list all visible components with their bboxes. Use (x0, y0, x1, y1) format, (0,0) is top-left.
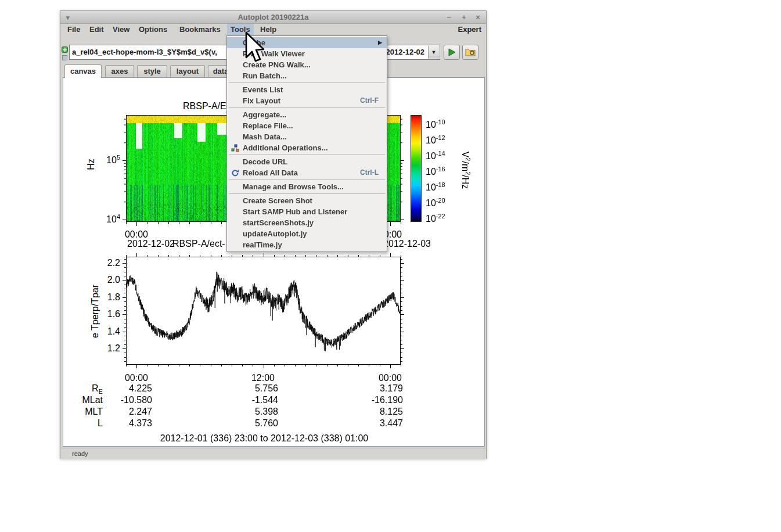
reload-icon (231, 169, 239, 177)
mouse-cursor (244, 32, 270, 62)
plot2-ytick: 1.6 (96, 309, 120, 319)
inspect-uri-button[interactable] (462, 45, 478, 60)
context-value: -10.580 (94, 395, 152, 405)
context-value: 3.447 (345, 418, 403, 429)
menu-file[interactable]: File (64, 24, 84, 35)
plot2-ytick: 2.0 (96, 275, 120, 285)
context-value: 5.760 (220, 418, 278, 429)
colorbar-tick: 10-18 (426, 182, 445, 193)
submenu-arrow-icon: ▶ (378, 37, 382, 48)
colorbar-tick: 10-10 (426, 120, 445, 130)
menu-bookmarks[interactable]: Bookmarks (176, 24, 224, 35)
context-value: 4.225 (94, 383, 152, 394)
colorbar-tick: 10-16 (426, 167, 445, 177)
menu-item-decode-url[interactable]: Decode URL (227, 156, 387, 167)
time-range-footer: 2012-12-01 (336) 23:00 to 2012-12-03 (33… (124, 433, 405, 444)
context-value: 4.373 (94, 418, 152, 429)
menu-item-fix-layout[interactable]: Fix LayoutCtrl-F (227, 95, 387, 106)
menu-item-replace-file[interactable]: Replace File... (227, 120, 387, 131)
menu-options[interactable]: Options (135, 24, 171, 35)
colorbar (411, 115, 422, 222)
menu-item-additional-operations[interactable]: Additional Operations... (227, 142, 387, 153)
shortcut-label: Ctrl-F (360, 95, 379, 106)
context-value: 2.247 (94, 407, 152, 417)
tab-layout[interactable]: layout (170, 65, 205, 77)
menu-item-startscreenshots-script[interactable]: startScreenShots.jy (227, 217, 387, 228)
menu-item-mash-data[interactable]: Mash Data... (227, 131, 387, 142)
plot2-ytick: 1.8 (96, 292, 120, 303)
plot2-ytick: 2.2 (96, 258, 120, 268)
colorbar-unit-label: V2/m2/Hz (460, 138, 470, 202)
desktop: ▾ Autoplot 20190221a − + × File Edit Vie… (0, 0, 781, 532)
menu-item-aggregate[interactable]: Aggregate... (227, 109, 387, 120)
menu-item-realtime-script[interactable]: realTime.jy (227, 239, 387, 250)
plot2-xtick: 00:00 (119, 373, 154, 383)
plot1-xtick-date: 2012-12-02 (125, 239, 177, 249)
shade-button[interactable]: ▾ (66, 11, 70, 24)
menu-item-events-list[interactable]: Events List (227, 84, 387, 95)
context-value: -16.190 (345, 395, 403, 405)
shortcut-label: Ctrl-L (360, 167, 379, 178)
colorbar-tick: 10-14 (426, 151, 445, 161)
menu-item-start-samp-hub[interactable]: Start SAMP Hub and Listener (227, 206, 387, 217)
expert-mode-label: Expert (458, 24, 481, 35)
context-value: 5.398 (220, 407, 278, 417)
context-value: -1.544 (220, 395, 278, 405)
plot2-ytick: 1.2 (96, 343, 120, 354)
menu-separator (229, 107, 385, 108)
status-bar: ready (60, 448, 486, 459)
tab-axes[interactable]: axes (105, 65, 134, 77)
menu-item-manage-browse-tools[interactable]: Manage and Browse Tools... (227, 181, 387, 192)
autoplot-window: ▾ Autoplot 20190221a − + × File Edit Vie… (60, 10, 487, 459)
line-plot-canvas[interactable] (121, 252, 412, 374)
plot1-ylabel: Hz (86, 130, 96, 199)
tab-canvas[interactable]: canvas (64, 64, 102, 78)
uri-text: a_rel04_ect-hope-mom-l3_$Y$m$d_v$(v, (72, 45, 217, 59)
menu-item-reload-all-data[interactable]: Reload All Data Ctrl-L (227, 167, 387, 178)
minimize-button[interactable]: − (444, 11, 454, 24)
play-icon (448, 48, 456, 56)
bookmark-icon[interactable] (62, 52, 67, 63)
menu-separator (229, 193, 385, 194)
plot2-ytick: 1.4 (96, 326, 120, 337)
context-value: 3.179 (345, 383, 403, 394)
uri-timerange-text: 2012-12-02 (386, 45, 425, 59)
menu-item-run-batch[interactable]: Run Batch... (227, 70, 387, 81)
go-button[interactable] (444, 45, 460, 60)
folder-icon (465, 48, 476, 56)
tools-menu-dropdown: Cache ▶ PNG Walk Viewer Create PNG Walk.… (226, 35, 387, 252)
chevron-down-icon[interactable]: ▼ (428, 46, 439, 59)
status-text: ready (72, 450, 88, 457)
colorbar-tick: 10-20 (426, 198, 445, 209)
plot1-ytick: 105 (96, 155, 120, 166)
menu-separator (229, 179, 385, 180)
context-value: 5.756 (220, 383, 278, 394)
context-value: 8.125 (345, 407, 403, 417)
operations-icon (231, 144, 239, 152)
menu-view[interactable]: View (109, 24, 133, 35)
plot2-xtick: 12:00 (246, 373, 280, 383)
menu-separator (229, 82, 385, 83)
menubar: File Edit View Options Bookmarks Tools H… (60, 24, 486, 35)
close-button[interactable]: × (473, 11, 483, 24)
menu-item-updateautoplot-script[interactable]: updateAutoplot.jy (227, 228, 387, 239)
menu-edit[interactable]: Edit (86, 24, 107, 35)
plot1-ytick: 104 (96, 214, 120, 225)
maximize-button[interactable]: + (459, 11, 469, 24)
window-title: Autoplot 20190221a (237, 13, 308, 21)
menu-separator (229, 154, 385, 155)
menu-item-create-screen-shot[interactable]: Create Screen Shot (227, 195, 387, 206)
plot1-xtick-date: 2012-12-03 (381, 239, 433, 249)
colorbar-tick: 10-12 (426, 135, 445, 146)
tab-style[interactable]: style (137, 65, 167, 77)
plot1-context-label: RBSP-A/ect- (172, 239, 225, 249)
plot2-xtick: 00:00 (373, 373, 408, 383)
titlebar[interactable]: ▾ Autoplot 20190221a − + × (60, 11, 486, 24)
colorbar-tick: 10-22 (426, 214, 445, 224)
